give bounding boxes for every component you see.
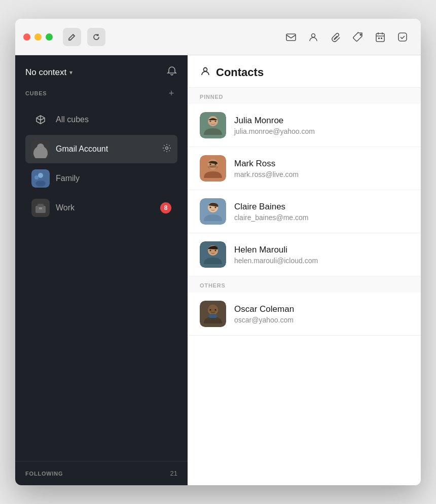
svg-rect-50	[209, 314, 217, 318]
sidebar-item-gmail-label: Gmail Account	[56, 145, 156, 154]
svg-point-1	[312, 33, 315, 37]
cubes-label: CUBES	[25, 90, 47, 96]
panel-header: Contacts	[188, 55, 421, 88]
svg-point-49	[215, 309, 216, 311]
svg-point-38	[210, 207, 211, 208]
oscar-avatar	[200, 301, 226, 327]
svg-rect-7	[378, 38, 380, 39]
svg-point-25	[208, 116, 217, 125]
context-label: No context	[25, 67, 66, 78]
svg-point-2	[360, 34, 361, 35]
work-badge: 8	[160, 202, 171, 213]
helen-info: Helen Marouli helen.marouli@icloud.com	[234, 245, 409, 265]
sidebar-item-all-cubes-label: All cubes	[56, 115, 171, 124]
work-avatar	[31, 199, 50, 217]
maximize-button[interactable]	[46, 33, 53, 41]
svg-rect-8	[381, 38, 382, 39]
svg-rect-9	[398, 33, 407, 41]
julia-email: julia.monroe@yahoo.com	[234, 127, 409, 135]
add-cube-button[interactable]: +	[165, 87, 177, 99]
sidebar-item-work[interactable]: Work 8	[25, 194, 177, 222]
toolbar-attachment-icon[interactable]	[325, 27, 346, 47]
toolbar-contacts-icon[interactable]	[303, 27, 323, 47]
sidebar-item-all-cubes[interactable]: All cubes	[25, 105, 177, 134]
all-cubes-icon	[31, 111, 50, 129]
svg-point-11	[37, 143, 44, 151]
julia-avatar	[200, 112, 226, 138]
close-button[interactable]	[23, 33, 30, 41]
app-window: No context ▾ CUBES +	[15, 19, 421, 485]
oscar-email: oscar@yahoo.com	[234, 316, 409, 324]
mark-name: Mark Ross	[234, 159, 409, 169]
gmail-settings-icon[interactable]	[162, 143, 171, 155]
svg-rect-20	[38, 204, 44, 207]
toolbar-calendar-icon[interactable]	[370, 27, 390, 47]
claire-info: Claire Baines claire_baines@me.com	[234, 202, 409, 222]
svg-point-16	[34, 175, 39, 179]
sidebar: No context ▾ CUBES +	[15, 55, 188, 485]
sidebar-footer: FOLLOWING 21	[15, 461, 188, 485]
svg-rect-21	[39, 207, 42, 209]
sidebar-header: No context ▾	[15, 55, 188, 87]
sidebar-item-family[interactable]: Family	[25, 164, 177, 193]
svg-point-22	[204, 68, 207, 71]
main-content: No context ▾ CUBES +	[15, 55, 421, 485]
claire-email: claire_baines@me.com	[234, 213, 409, 222]
svg-point-33	[215, 164, 216, 165]
mark-email: mark.ross@live.com	[234, 170, 409, 178]
svg-point-44	[215, 250, 216, 251]
oscar-name: Oscar Coleman	[234, 304, 409, 314]
contacts-list: PINNED	[188, 88, 421, 485]
sidebar-item-gmail[interactable]: Gmail Account	[25, 135, 177, 163]
toolbar-checkmark-icon[interactable]	[392, 27, 413, 47]
cubes-section-header: CUBES +	[25, 87, 177, 99]
oscar-info: Oscar Coleman oscar@yahoo.com	[234, 304, 409, 324]
helen-avatar	[200, 241, 226, 268]
claire-avatar	[200, 198, 226, 225]
julia-name: Julia Monroe	[234, 116, 409, 126]
svg-point-12	[35, 151, 46, 158]
contact-claire[interactable]: Claire Baines claire_baines@me.com	[188, 190, 421, 233]
gmail-avatar	[31, 140, 50, 158]
following-count: 21	[170, 470, 177, 477]
svg-point-32	[210, 164, 211, 165]
svg-rect-0	[286, 34, 296, 41]
panel-title: Contacts	[216, 66, 264, 79]
context-chevron-icon: ▾	[69, 69, 72, 76]
titlebar	[15, 19, 421, 55]
pinned-section-header: PINNED	[188, 88, 421, 104]
sidebar-item-work-label: Work	[56, 203, 154, 212]
toolbar-mail-icon[interactable]	[281, 27, 301, 47]
svg-rect-3	[376, 33, 384, 42]
svg-rect-34	[208, 165, 218, 168]
sidebar-item-family-label: Family	[56, 174, 171, 183]
svg-point-48	[210, 309, 211, 311]
svg-point-43	[210, 250, 211, 251]
others-section-header: OTHERS	[188, 276, 421, 293]
context-selector[interactable]: No context ▾	[25, 67, 72, 78]
contact-julia[interactable]: Julia Monroe julia.monroe@yahoo.com	[188, 104, 421, 147]
svg-point-27	[215, 121, 216, 122]
following-label: FOLLOWING	[25, 471, 63, 477]
toolbar-icons	[281, 27, 413, 47]
mark-info: Mark Ross mark.ross@live.com	[234, 159, 409, 178]
svg-point-17	[35, 181, 46, 187]
svg-rect-10	[31, 140, 50, 158]
right-panel: Contacts PINNED	[188, 55, 421, 485]
refresh-button[interactable]	[87, 28, 105, 46]
toolbar-tag-icon[interactable]	[348, 27, 368, 47]
cubes-section: CUBES + All cubes	[15, 87, 188, 461]
svg-point-39	[215, 207, 216, 208]
contact-mark[interactable]: Mark Ross mark.ross@live.com	[188, 147, 421, 190]
traffic-lights	[23, 33, 53, 41]
svg-point-15	[38, 173, 43, 178]
julia-info: Julia Monroe julia.monroe@yahoo.com	[234, 116, 409, 135]
compose-button[interactable]	[63, 28, 81, 46]
minimize-button[interactable]	[34, 33, 42, 41]
contact-helen[interactable]: Helen Marouli helen.marouli@icloud.com	[188, 233, 421, 276]
helen-name: Helen Marouli	[234, 245, 409, 255]
contact-oscar[interactable]: Oscar Coleman oscar@yahoo.com	[188, 293, 421, 336]
svg-point-13	[166, 147, 168, 150]
notifications-icon[interactable]	[166, 65, 177, 79]
mark-avatar	[200, 155, 226, 182]
